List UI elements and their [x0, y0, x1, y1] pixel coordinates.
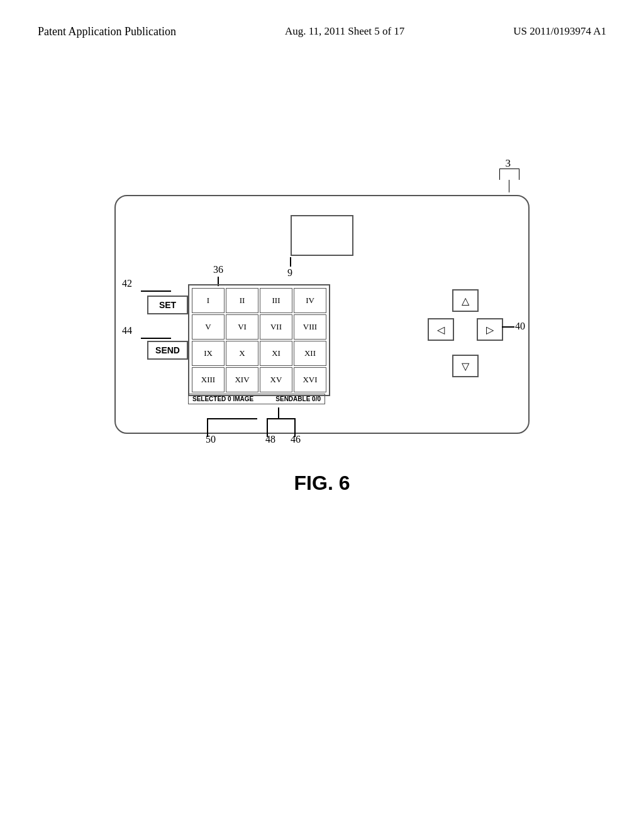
- publication-label: Patent Application Publication: [38, 25, 176, 38]
- label-9: 9: [287, 267, 292, 279]
- label-44: 44: [122, 325, 132, 336]
- device-screen: [291, 215, 353, 256]
- channel-btn-14[interactable]: XIV: [226, 367, 258, 392]
- channel-btn-7[interactable]: VII: [260, 314, 292, 340]
- sheet-info: Aug. 11, 2011 Sheet 5 of 17: [285, 25, 404, 38]
- label-44-line: [141, 338, 171, 339]
- label-48-vline-top: [278, 407, 279, 418]
- label-40: 40: [515, 321, 525, 332]
- fig-caption: FIG. 6: [294, 472, 350, 495]
- set-button[interactable]: SET: [147, 296, 188, 314]
- channel-btn-2[interactable]: II: [226, 288, 258, 313]
- dpad-area: △ ◁ ▷ ▽: [428, 289, 503, 377]
- channel-btn-9[interactable]: IX: [192, 341, 225, 366]
- label-9-line: [290, 257, 291, 267]
- label-50-hline: [207, 418, 257, 419]
- label-40-line: [502, 326, 514, 328]
- channel-btn-13[interactable]: XIII: [192, 367, 225, 392]
- channel-btn-3[interactable]: III: [260, 288, 292, 313]
- dpad-left-button[interactable]: ◁: [428, 318, 454, 341]
- label-42: 42: [122, 278, 132, 289]
- page-header: Patent Application Publication Aug. 11, …: [0, 0, 644, 38]
- patent-number: US 2011/0193974 A1: [513, 25, 606, 38]
- label-46-line: [294, 418, 296, 437]
- channel-btn-11[interactable]: XI: [260, 341, 292, 366]
- device-box: 36 42 SET 44 SEND I II III IV V VI VII V…: [114, 195, 530, 434]
- channel-btn-15[interactable]: XV: [260, 367, 292, 392]
- label-36: 36: [213, 264, 223, 275]
- status-bar: SELECTED 0 IMAGE SENDABLE 0/0: [188, 394, 325, 404]
- label-3-group: 3: [506, 157, 511, 170]
- dpad-right-button[interactable]: ▷: [477, 318, 503, 341]
- label-48-line: [267, 418, 268, 437]
- channel-btn-8[interactable]: VIII: [294, 314, 326, 340]
- label-46: 46: [291, 434, 301, 445]
- channel-btn-12[interactable]: XII: [294, 341, 326, 366]
- channel-btn-1[interactable]: I: [192, 288, 225, 313]
- channel-btn-5[interactable]: V: [192, 314, 225, 340]
- channel-grid: I II III IV V VI VII VIII IX X XI XII XI…: [188, 284, 330, 396]
- label-42-line: [141, 290, 171, 292]
- label-4648-hline: [267, 418, 295, 419]
- dpad-up-button[interactable]: △: [452, 289, 479, 312]
- sendable-label: SENDABLE 0/0: [275, 396, 321, 402]
- label-3: 3: [506, 157, 511, 169]
- channel-btn-10[interactable]: X: [226, 341, 258, 366]
- channel-btn-4[interactable]: IV: [294, 288, 326, 313]
- bracket-3-line: [509, 180, 510, 192]
- diagram-container: 3 36 42 SET 44 SEND I II III IV V: [96, 157, 548, 585]
- label-50-line: [207, 418, 208, 437]
- dpad-down-button[interactable]: ▽: [452, 355, 479, 377]
- send-button[interactable]: SEND: [147, 341, 188, 360]
- selected-label: SELECTED 0 IMAGE: [192, 396, 253, 402]
- bracket-3: [499, 169, 519, 180]
- channel-btn-6[interactable]: VI: [226, 314, 258, 340]
- channel-btn-16[interactable]: XVI: [294, 367, 326, 392]
